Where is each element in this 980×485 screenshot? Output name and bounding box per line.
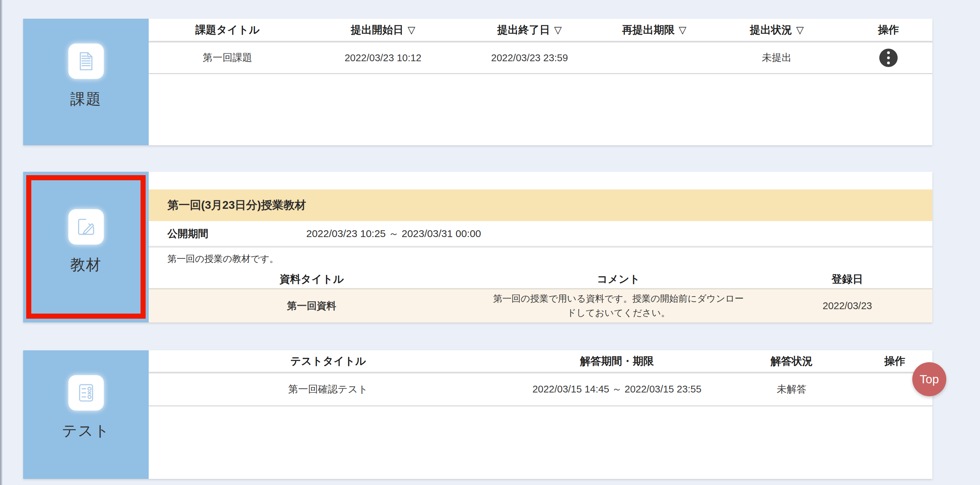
col-test-title: テストタイトル bbox=[149, 354, 508, 368]
tab-tests[interactable]: テスト bbox=[23, 350, 149, 479]
col-submit-status[interactable]: 提出状況 ▽ bbox=[709, 23, 845, 37]
assignments-section: 課題 課題タイトル 提出開始日 ▽ 提出終了日 ▽ 再提出期限 ▽ 提出状況 ▽… bbox=[23, 19, 932, 145]
materials-section: 教材 第一回(3月23日分)授業教材 公開期間 2022/03/23 10:25… bbox=[23, 172, 932, 323]
col-material-title: 資料タイトル bbox=[149, 272, 475, 286]
material-group-title: 第一回(3月23日分)授業教材 bbox=[149, 189, 932, 221]
material-edit-icon bbox=[68, 209, 104, 245]
col-material-comment: コメント bbox=[475, 272, 762, 286]
assignment-document-icon bbox=[68, 43, 104, 79]
tab-materials[interactable]: 教材 bbox=[23, 172, 149, 323]
test-checklist-icon bbox=[68, 375, 104, 410]
col-answer-period: 解答期間・期限 bbox=[508, 354, 727, 368]
test-title: 第一回確認テスト bbox=[149, 383, 508, 396]
tests-section: テスト テストタイトル 解答期間・期限 解答状況 操作 第一回確認テスト 202… bbox=[23, 350, 932, 479]
col-submit-start-label: 提出開始日 bbox=[351, 23, 404, 37]
tab-tests-label: テスト bbox=[62, 421, 110, 441]
col-operations: 操作 bbox=[845, 23, 932, 37]
scroll-to-top-button[interactable]: Top bbox=[912, 362, 946, 396]
assignment-actions-kebab-button[interactable] bbox=[879, 49, 898, 67]
material-date: 2022/03/23 bbox=[762, 300, 932, 312]
col-resubmit-deadline-label: 再提出期限 bbox=[622, 23, 675, 37]
sort-icon: ▽ bbox=[796, 24, 804, 36]
test-answer-period: 2022/03/15 14:45 ～ 2022/03/15 23:55 bbox=[508, 383, 727, 396]
col-submit-start[interactable]: 提出開始日 ▽ bbox=[306, 23, 460, 37]
open-period-label: 公開期間 bbox=[167, 226, 208, 240]
materials-top-strip bbox=[149, 172, 932, 189]
col-answer-status: 解答状況 bbox=[726, 354, 857, 368]
open-period-row: 公開期間 2022/03/23 10:25 ～ 2023/03/31 00:00 bbox=[149, 221, 932, 246]
col-submit-end-label: 提出終了日 bbox=[498, 23, 550, 37]
test-status-badge: 未解答 bbox=[726, 383, 857, 396]
tab-assignments[interactable]: 課題 bbox=[23, 19, 149, 145]
tests-table-header: テストタイトル 解答期間・期限 解答状況 操作 bbox=[149, 350, 932, 374]
assignments-table-header: 課題タイトル 提出開始日 ▽ 提出終了日 ▽ 再提出期限 ▽ 提出状況 ▽ 操作 bbox=[149, 19, 932, 43]
material-title: 第一回資料 bbox=[149, 299, 475, 313]
col-submit-status-label: 提出状況 bbox=[750, 23, 792, 37]
assignment-row: 第一回課題 2022/03/23 10:12 2022/03/23 23:59 … bbox=[149, 43, 932, 74]
sort-icon: ▽ bbox=[408, 24, 415, 36]
material-row: 第一回資料 第一回の授業で用いる資料です。授業の開始前にダウンロードしておいてく… bbox=[149, 288, 932, 323]
window-left-edge bbox=[0, 0, 2, 485]
materials-content: 第一回(3月23日分)授業教材 公開期間 2022/03/23 10:25 ～ … bbox=[149, 172, 932, 323]
material-comment: 第一回の授業で用いる資料です。授業の開始前にダウンロードしておいてください。 bbox=[475, 292, 762, 320]
tab-assignments-label: 課題 bbox=[70, 89, 102, 109]
sort-icon: ▽ bbox=[679, 24, 686, 36]
col-material-date: 登録日 bbox=[762, 272, 932, 286]
tab-materials-label: 教材 bbox=[70, 255, 102, 275]
col-submit-end[interactable]: 提出終了日 ▽ bbox=[460, 23, 599, 37]
col-assignment-title: 課題タイトル bbox=[149, 23, 306, 37]
assignment-submit-start: 2022/03/23 10:12 bbox=[306, 52, 460, 64]
assignments-table: 課題タイトル 提出開始日 ▽ 提出終了日 ▽ 再提出期限 ▽ 提出状況 ▽ 操作… bbox=[149, 19, 932, 145]
sort-icon: ▽ bbox=[554, 24, 562, 36]
materials-table-header: 資料タイトル コメント 登録日 bbox=[149, 270, 932, 288]
kebab-icon bbox=[887, 51, 890, 54]
open-period-value: 2022/03/23 10:25 ～ 2023/03/31 00:00 bbox=[306, 226, 481, 240]
assignment-submit-end: 2022/03/23 23:59 bbox=[460, 52, 599, 64]
assignment-status-badge: 未提出 bbox=[709, 51, 845, 65]
material-group-description: 第一回の授業の教材です。 bbox=[149, 248, 932, 270]
col-resubmit-deadline[interactable]: 再提出期限 ▽ bbox=[599, 23, 709, 37]
assignment-title: 第一回課題 bbox=[149, 51, 306, 65]
tests-table: テストタイトル 解答期間・期限 解答状況 操作 第一回確認テスト 2022/03… bbox=[149, 350, 932, 479]
test-row: 第一回確認テスト 2022/03/15 14:45 ～ 2022/03/15 2… bbox=[149, 374, 932, 406]
